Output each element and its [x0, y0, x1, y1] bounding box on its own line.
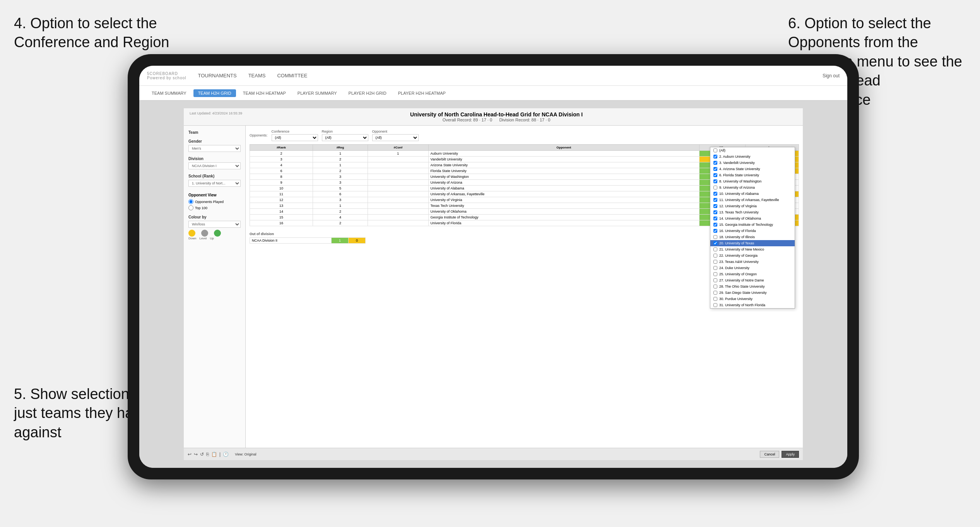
undo-icon[interactable]: ↩: [188, 452, 192, 457]
dropdown-list: (All)2. Auburn University3. Vanderbilt U…: [710, 147, 795, 308]
dropdown-item[interactable]: 22. University of Georgia: [710, 252, 795, 259]
out-div-division: NCAA Division II: [250, 238, 332, 244]
cell-reg: 2: [313, 157, 368, 162]
dropdown-item[interactable]: 29. San Diego State University: [710, 290, 795, 296]
school-label: School (Rank): [188, 174, 241, 178]
cell-conf: 1: [368, 151, 429, 157]
dropdown-item[interactable]: 6. Florida State University: [710, 172, 795, 178]
sidebar-colour-section: Colour by Win/loss Down Le: [188, 215, 241, 240]
dropdown-item[interactable]: 27. University of Notre Dame: [710, 277, 795, 283]
dropdown-item[interactable]: 15. Georgia Institute of Technology: [710, 222, 795, 228]
cell-rank: 9: [250, 180, 313, 186]
cell-conf: [368, 203, 429, 209]
sub-nav: TEAM SUMMARY TEAM H2H GRID TEAM H2H HEAT…: [139, 86, 847, 101]
clock-icon[interactable]: 🕐: [223, 452, 229, 457]
cell-reg: 1: [313, 151, 368, 157]
out-div-row: NCAA Division II 1 0: [250, 238, 366, 244]
tab-h2h-grid[interactable]: TEAM H2H GRID: [193, 89, 236, 97]
gender-label: Gender: [188, 139, 241, 143]
nav-tournaments[interactable]: TOURNAMENTS: [198, 73, 237, 78]
cell-conf: [368, 157, 429, 162]
dropdown-item[interactable]: 8. University of Washington: [710, 178, 795, 184]
division-select[interactable]: NCAA Division I: [188, 162, 241, 169]
copy-icon[interactable]: ⎘: [206, 452, 209, 457]
dropdown-item[interactable]: 16. University of Florida: [710, 228, 795, 234]
dropdown-item[interactable]: 9. University of Arizona: [710, 184, 795, 191]
cell-opponent: University of Arkansas, Fayetteville: [428, 191, 699, 197]
separator: |: [219, 452, 221, 457]
cell-opponent: Georgia Institute of Technology: [428, 215, 699, 220]
cell-opponent: University of Oklahoma: [428, 209, 699, 215]
nav-committee[interactable]: COMMITTEE: [277, 73, 307, 78]
radio-opponents-played[interactable]: Opponents Played: [188, 199, 241, 204]
region-select[interactable]: (All): [322, 134, 368, 141]
cancel-button[interactable]: Cancel: [760, 451, 779, 458]
cell-reg: 2: [313, 220, 368, 226]
dropdown-item[interactable]: 21. University of New Mexico: [710, 246, 795, 252]
out-div-table: NCAA Division II 1 0: [250, 237, 366, 244]
sidebar-team-section: Team: [188, 130, 241, 135]
cell-conf: [368, 162, 429, 168]
view-label: View: Original: [235, 452, 256, 456]
cell-rank: 10: [250, 186, 313, 191]
conference-label: Conference: [272, 130, 318, 133]
school-select[interactable]: 1. University of Nort...: [188, 180, 241, 187]
cell-rank: 6: [250, 168, 313, 174]
gender-select[interactable]: Men's: [188, 145, 241, 152]
dropdown-item[interactable]: 30. Purdue University: [710, 296, 795, 302]
tab-player-h2h-heatmap[interactable]: PLAYER H2H HEATMAP: [393, 89, 450, 97]
bottom-toolbar: ↩ ↪ ↺ ⎘ 📋 | 🕐 View: Original Cancel Appl…: [184, 448, 803, 460]
logo-text: 5COREBOARD: [147, 72, 186, 76]
paste-icon[interactable]: 📋: [211, 452, 217, 457]
cell-rank: 15: [250, 215, 313, 220]
cell-opponent: University of Arizona: [428, 180, 699, 186]
dropdown-item[interactable]: 11. University of Arkansas, Fayetteville: [710, 197, 795, 203]
colour-by-select[interactable]: Win/loss: [188, 221, 241, 228]
colour-dots: [188, 230, 241, 237]
dropdown-item[interactable]: 31. University of North Florida: [710, 302, 795, 308]
cell-reg: 1: [313, 162, 368, 168]
dropdown-item[interactable]: 23. Texas A&M University: [710, 259, 795, 265]
tab-h2h-heatmap[interactable]: TEAM H2H HEATMAP: [238, 89, 291, 97]
cell-reg: 2: [313, 168, 368, 174]
dropdown-item[interactable]: 10. University of Alabama: [710, 191, 795, 197]
apply-button[interactable]: Apply: [782, 451, 799, 458]
dropdown-item[interactable]: 12. University of Virginia: [710, 203, 795, 209]
tab-team-summary[interactable]: TEAM SUMMARY: [147, 89, 191, 97]
dropdown-item[interactable]: 25. University of Oregon: [710, 271, 795, 277]
nav-items: TOURNAMENTS TEAMS COMMITTEE: [198, 73, 823, 78]
sidebar-gender-section: Gender Men's: [188, 139, 241, 152]
sidebar: Team Gender Men's Division NCAA Division…: [184, 126, 246, 448]
cell-rank: 14: [250, 209, 313, 215]
colour-dot-down: [188, 230, 195, 237]
apply-cancel: Cancel Apply: [760, 451, 799, 458]
sign-out-button[interactable]: Sign out: [823, 73, 840, 78]
redo-icon[interactable]: ↪: [194, 452, 198, 457]
dropdown-item[interactable]: 20. University of Texas: [710, 240, 795, 246]
dropdown-item[interactable]: 14. University of Oklahoma: [710, 215, 795, 222]
cell-conf: [368, 180, 429, 186]
tab-player-h2h-grid[interactable]: PLAYER H2H GRID: [344, 89, 391, 97]
opponent-select[interactable]: (All): [372, 134, 419, 141]
dropdown-item[interactable]: 24. Duke University: [710, 265, 795, 271]
reset-icon[interactable]: ↺: [200, 452, 204, 457]
conference-select[interactable]: (All): [272, 134, 318, 141]
colour-dot-level: [201, 230, 208, 237]
sidebar-school-section: School (Rank) 1. University of Nort...: [188, 174, 241, 187]
cell-rank: 8: [250, 174, 313, 180]
dropdown-item[interactable]: (All): [710, 147, 795, 153]
tab-player-summary[interactable]: PLAYER SUMMARY: [293, 89, 342, 97]
dropdown-item[interactable]: 28. The Ohio State University: [710, 283, 795, 290]
cell-opponent: Florida State University: [428, 168, 699, 174]
division-record: Division Record: 88 · 17 · 0: [499, 118, 550, 122]
radio-top-100[interactable]: Top 100: [188, 205, 241, 210]
cell-rank: 2: [250, 151, 313, 157]
dropdown-item[interactable]: 18. University of Illinois: [710, 234, 795, 240]
dropdown-item[interactable]: 13. Texas Tech University: [710, 209, 795, 215]
dropdown-item[interactable]: 2. Auburn University: [710, 153, 795, 160]
nav-teams[interactable]: TEAMS: [248, 73, 266, 78]
cell-opponent: University of Alabama: [428, 186, 699, 191]
dropdown-item[interactable]: 4. Arizona State University: [710, 166, 795, 172]
panel-records: Overall Record: 89 · 17 · 0 Division Rec…: [242, 118, 751, 122]
dropdown-item[interactable]: 3. Vanderbilt University: [710, 160, 795, 166]
